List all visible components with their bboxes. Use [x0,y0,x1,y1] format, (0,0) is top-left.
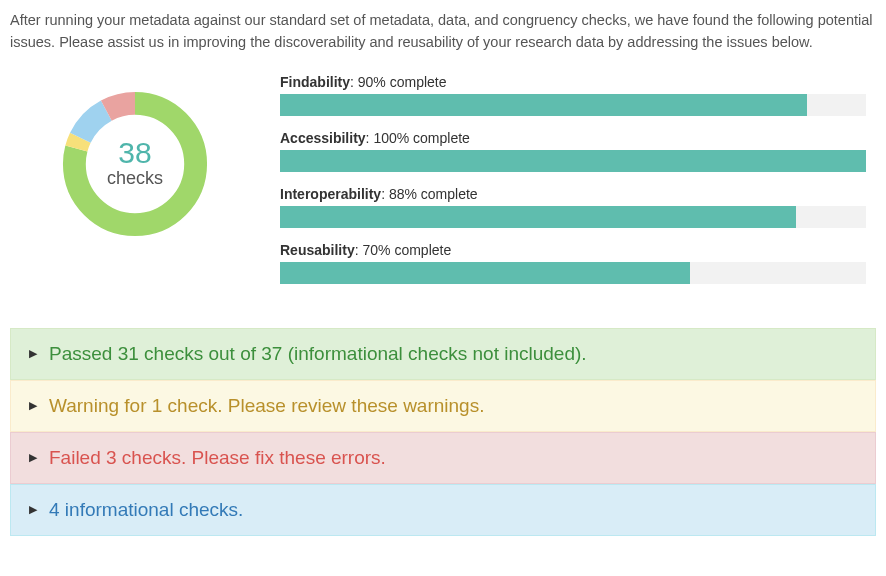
accordion: ▶ Passed 31 checks out of 37 (informatio… [10,328,876,536]
bar-fill [280,94,807,116]
progress-bars: Findability: 90% complete Accessibility:… [280,74,876,298]
accordion-passed[interactable]: ▶ Passed 31 checks out of 37 (informatio… [10,328,876,380]
donut-number: 38 [118,138,151,168]
bar-track [280,150,866,172]
donut-label: checks [107,168,163,190]
bar-track [280,206,866,228]
bar-name: Interoperability [280,186,381,202]
caret-icon: ▶ [29,347,37,360]
bar-value: : 70% complete [355,242,452,258]
bar-fill [280,150,866,172]
accordion-title: Passed 31 checks out of 37 (informationa… [49,343,587,365]
summary-row: 38 checks Findability: 90% complete Acce… [10,74,876,298]
accordion-failed[interactable]: ▶ Failed 3 checks. Please fix these erro… [10,432,876,484]
bar-track [280,262,866,284]
caret-icon: ▶ [29,399,37,412]
donut-chart: 38 checks [55,84,215,244]
accordion-warning[interactable]: ▶ Warning for 1 check. Please review the… [10,380,876,432]
bar-value: : 90% complete [350,74,447,90]
bar-name: Reusability [280,242,355,258]
accordion-info[interactable]: ▶ 4 informational checks. [10,484,876,536]
donut-chart-container: 38 checks [10,74,260,244]
intro-text: After running your metadata against our … [10,10,876,54]
bar-accessibility: Accessibility: 100% complete [280,130,866,172]
accordion-title: Warning for 1 check. Please review these… [49,395,484,417]
bar-value: : 100% complete [366,130,470,146]
bar-value: : 88% complete [381,186,478,202]
bar-fill [280,206,796,228]
caret-icon: ▶ [29,451,37,464]
bar-name: Accessibility [280,130,366,146]
bar-track [280,94,866,116]
accordion-title: Failed 3 checks. Please fix these errors… [49,447,386,469]
bar-fill [280,262,690,284]
bar-name: Findability [280,74,350,90]
bar-findability: Findability: 90% complete [280,74,866,116]
bar-reusability: Reusability: 70% complete [280,242,866,284]
bar-interoperability: Interoperability: 88% complete [280,186,866,228]
caret-icon: ▶ [29,503,37,516]
accordion-title: 4 informational checks. [49,499,243,521]
